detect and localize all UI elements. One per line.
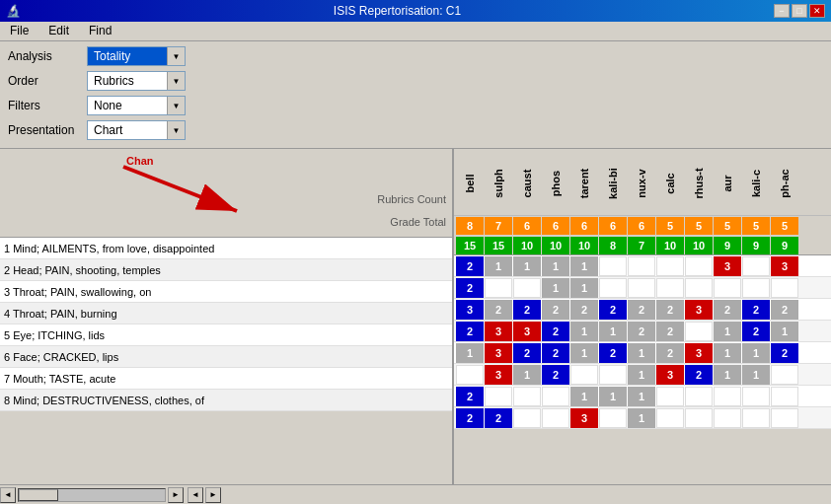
cell-r6-c6[interactable]: 1 xyxy=(628,387,655,406)
cell-r5-c10[interactable]: 1 xyxy=(742,365,770,385)
cell-r1-c3[interactable]: 1 xyxy=(542,278,569,298)
cell-r0-c10[interactable] xyxy=(742,256,770,276)
cell-r2-c0[interactable]: 3 xyxy=(456,300,484,320)
presentation-arrow[interactable]: ▼ xyxy=(167,121,185,139)
cell-r7-c6[interactable]: 1 xyxy=(628,408,655,428)
cell-r1-c11[interactable] xyxy=(771,278,798,298)
cell-r3-c6[interactable]: 2 xyxy=(628,322,655,341)
maximize-button[interactable]: □ xyxy=(792,4,807,18)
cell-r0-c4[interactable]: 1 xyxy=(570,256,598,276)
cell-r6-c8[interactable] xyxy=(685,387,713,406)
cell-r7-c3[interactable] xyxy=(542,408,569,428)
rubric-row-3[interactable]: 4 Throat; PAIN, burning xyxy=(0,303,452,324)
rubric-row-1[interactable]: 2 Head; PAIN, shooting, temples xyxy=(0,259,452,281)
order-arrow[interactable]: ▼ xyxy=(167,72,185,90)
cell-r4-c9[interactable]: 1 xyxy=(714,343,741,363)
cell-r6-c1[interactable] xyxy=(485,387,512,406)
cell-r6-c3[interactable] xyxy=(542,387,569,406)
cell-r6-c9[interactable] xyxy=(714,387,741,406)
cell-r0-c11[interactable]: 3 xyxy=(771,256,798,276)
cell-r0-c1[interactable]: 1 xyxy=(485,256,512,276)
rubric-row-0[interactable]: 1 Mind; AILMENTS, from love, disappointe… xyxy=(0,238,452,259)
cell-r6-c7[interactable] xyxy=(656,387,684,406)
cell-r7-c11[interactable] xyxy=(771,408,798,428)
cell-r3-c4[interactable]: 1 xyxy=(570,322,598,341)
menu-find[interactable]: Find xyxy=(85,24,115,38)
scroll-down-btn[interactable]: ► xyxy=(205,487,221,503)
cell-r3-c8[interactable] xyxy=(685,322,713,341)
cell-r3-c10[interactable]: 2 xyxy=(742,322,770,341)
cell-r6-c0[interactable]: 2 xyxy=(456,387,484,406)
cell-r2-c3[interactable]: 2 xyxy=(542,300,569,320)
cell-r0-c5[interactable] xyxy=(599,256,627,276)
cell-r2-c10[interactable]: 2 xyxy=(742,300,770,320)
cell-r5-c5[interactable] xyxy=(599,365,627,385)
cell-r3-c5[interactable]: 1 xyxy=(599,322,627,341)
cell-r1-c7[interactable] xyxy=(656,278,684,298)
rubric-row-4[interactable]: 5 Eye; ITCHING, lids xyxy=(0,324,452,346)
cell-r7-c5[interactable] xyxy=(599,408,627,428)
cell-r0-c6[interactable] xyxy=(628,256,655,276)
cell-r3-c0[interactable]: 2 xyxy=(456,322,484,341)
cell-r7-c10[interactable] xyxy=(742,408,770,428)
analysis-select[interactable]: Totality ▼ xyxy=(87,46,186,66)
rubric-row-2[interactable]: 3 Throat; PAIN, swallowing, on xyxy=(0,281,452,303)
analysis-arrow[interactable]: ▼ xyxy=(167,47,185,65)
cell-r7-c0[interactable]: 2 xyxy=(456,408,484,428)
cell-r5-c7[interactable]: 3 xyxy=(656,365,684,385)
cell-r5-c3[interactable]: 2 xyxy=(542,365,569,385)
cell-r4-c4[interactable]: 1 xyxy=(570,343,598,363)
cell-r7-c7[interactable] xyxy=(656,408,684,428)
cell-r0-c2[interactable]: 1 xyxy=(513,256,541,276)
cell-r4-c1[interactable]: 3 xyxy=(485,343,512,363)
cell-r4-c0[interactable]: 1 xyxy=(456,343,484,363)
cell-r5-c11[interactable] xyxy=(771,365,798,385)
cell-r7-c2[interactable] xyxy=(513,408,541,428)
cell-r4-c7[interactable]: 2 xyxy=(656,343,684,363)
cell-r0-c0[interactable]: 2 xyxy=(456,256,484,276)
cell-r5-c8[interactable]: 2 xyxy=(685,365,713,385)
cell-r7-c1[interactable]: 2 xyxy=(485,408,512,428)
cell-r4-c5[interactable]: 2 xyxy=(599,343,627,363)
cell-r6-c5[interactable]: 1 xyxy=(599,387,627,406)
cell-r1-c10[interactable] xyxy=(742,278,770,298)
presentation-select[interactable]: Chart ▼ xyxy=(87,120,186,140)
scroll-up-btn[interactable]: ◄ xyxy=(188,487,203,503)
cell-r0-c7[interactable] xyxy=(656,256,684,276)
close-button[interactable]: ✕ xyxy=(809,4,825,18)
cell-r3-c1[interactable]: 3 xyxy=(485,322,512,341)
rubric-row-6[interactable]: 7 Mouth; TASTE, acute xyxy=(0,368,452,390)
menu-edit[interactable]: Edit xyxy=(44,24,73,38)
cell-r2-c8[interactable]: 3 xyxy=(685,300,713,320)
cell-r4-c11[interactable]: 2 xyxy=(771,343,798,363)
rubric-row-7[interactable]: 8 Mind; DESTRUCTIVENESS, clothes, of xyxy=(0,390,452,411)
cell-r2-c1[interactable]: 2 xyxy=(485,300,512,320)
h-scrollbar-thumb[interactable] xyxy=(19,489,58,501)
cell-r2-c2[interactable]: 2 xyxy=(513,300,541,320)
cell-r2-c6[interactable]: 2 xyxy=(628,300,655,320)
cell-r1-c0[interactable]: 2 xyxy=(456,278,484,298)
cell-r7-c8[interactable] xyxy=(685,408,713,428)
cell-r5-c9[interactable]: 1 xyxy=(714,365,741,385)
filters-select[interactable]: None ▼ xyxy=(87,96,186,115)
cell-r2-c9[interactable]: 2 xyxy=(714,300,741,320)
cell-r0-c9[interactable]: 3 xyxy=(714,256,741,276)
cell-r3-c9[interactable]: 1 xyxy=(714,322,741,341)
cell-r4-c8[interactable]: 3 xyxy=(685,343,713,363)
cell-r4-c10[interactable]: 1 xyxy=(742,343,770,363)
cell-r1-c5[interactable] xyxy=(599,278,627,298)
cell-r1-c6[interactable] xyxy=(628,278,655,298)
cell-r6-c10[interactable] xyxy=(742,387,770,406)
cell-r3-c11[interactable]: 1 xyxy=(771,322,798,341)
cell-r1-c8[interactable] xyxy=(685,278,713,298)
cell-r3-c2[interactable]: 3 xyxy=(513,322,541,341)
cell-r0-c8[interactable] xyxy=(685,256,713,276)
cell-r1-c1[interactable] xyxy=(485,278,512,298)
cell-r0-c3[interactable]: 1 xyxy=(542,256,569,276)
cell-r5-c4[interactable] xyxy=(570,365,598,385)
cell-r3-c3[interactable]: 2 xyxy=(542,322,569,341)
cell-r6-c2[interactable] xyxy=(513,387,541,406)
cell-r4-c6[interactable]: 1 xyxy=(628,343,655,363)
cell-r6-c4[interactable]: 1 xyxy=(570,387,598,406)
cell-r5-c0[interactable] xyxy=(456,365,484,385)
